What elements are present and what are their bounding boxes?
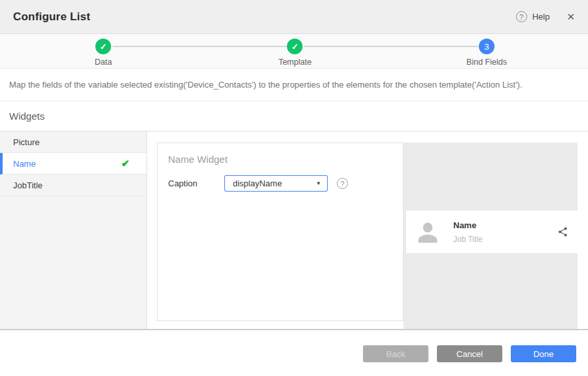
step-complete-icon: ✓ (287, 39, 303, 54)
step-number-badge: 3 (479, 39, 494, 54)
help-icon-glyph: ? (340, 180, 344, 188)
caption-select-value: displayName (233, 179, 282, 188)
sidebar-item-label: Name (13, 159, 36, 169)
preview-contact-card: Name Job Title (406, 211, 578, 253)
dialog-footer: Back Cancel Done (0, 330, 588, 376)
form-title: Name Widget (168, 154, 228, 165)
preview-name: Name (453, 220, 557, 230)
widgets-section-title: Widgets (0, 101, 588, 131)
share-icon (557, 226, 568, 237)
configured-check-icon: ✔ (121, 158, 130, 169)
step-complete-icon: ✓ (95, 39, 111, 54)
titlebar-actions: ? Help ✕ (516, 11, 575, 23)
dropdown-arrow-icon: ▼ (316, 180, 321, 186)
check-icon: ✓ (292, 42, 299, 52)
preview-card-text: Name Job Title (453, 220, 557, 244)
stepper-connector-1 (112, 46, 286, 47)
person-avatar-icon (414, 217, 441, 247)
name-widget-form: Name Widget Caption displayName ▼ ? (157, 143, 404, 321)
close-icon[interactable]: ✕ (566, 11, 575, 23)
sidebar-item-jobtitle[interactable]: JobTitle (0, 175, 147, 196)
step-bind-fields-label: Bind Fields (466, 58, 507, 67)
help-link[interactable]: Help (532, 12, 550, 22)
cancel-button[interactable]: Cancel (437, 345, 502, 362)
step-number: 3 (484, 42, 489, 52)
configure-list-dialog: Configure List ? Help ✕ ✓ Data ✓ Templat… (0, 0, 588, 376)
widgets-sidebar: Picture Name ✔ JobTitle (0, 131, 147, 329)
mapping-description: Map the fields of the variable selected … (0, 69, 588, 101)
help-icon-glyph: ? (519, 13, 523, 21)
bind-fields-body: Picture Name ✔ JobTitle Name Widget Capt… (0, 131, 588, 330)
step-bind-fields[interactable]: 3 Bind Fields (466, 39, 507, 67)
field-help-icon[interactable]: ? (337, 178, 348, 189)
back-button[interactable]: Back (363, 345, 428, 362)
help-icon[interactable]: ? (516, 11, 527, 22)
dialog-titlebar: Configure List ? Help ✕ (0, 0, 588, 34)
caption-select[interactable]: displayName ▼ (224, 175, 328, 192)
stepper-connector-2 (304, 46, 478, 47)
caption-label: Caption (168, 179, 224, 188)
wizard-stepper: ✓ Data ✓ Template 3 Bind Fields (0, 34, 588, 69)
sidebar-item-label: JobTitle (13, 180, 43, 190)
sidebar-item-name[interactable]: Name ✔ (0, 153, 147, 175)
dialog-title: Configure List (13, 10, 90, 24)
check-icon: ✓ (100, 42, 107, 52)
step-data-label: Data (95, 58, 112, 67)
step-template[interactable]: ✓ Template (279, 39, 312, 67)
preview-job-title: Job Title (453, 235, 557, 244)
step-template-label: Template (279, 58, 312, 67)
template-preview: Name Job Title (404, 143, 578, 329)
done-button[interactable]: Done (511, 345, 576, 362)
caption-field-row: Caption displayName ▼ ? (168, 175, 348, 192)
sidebar-item-picture[interactable]: Picture (0, 131, 147, 153)
sidebar-item-label: Picture (13, 137, 39, 147)
step-data[interactable]: ✓ Data (95, 39, 112, 67)
